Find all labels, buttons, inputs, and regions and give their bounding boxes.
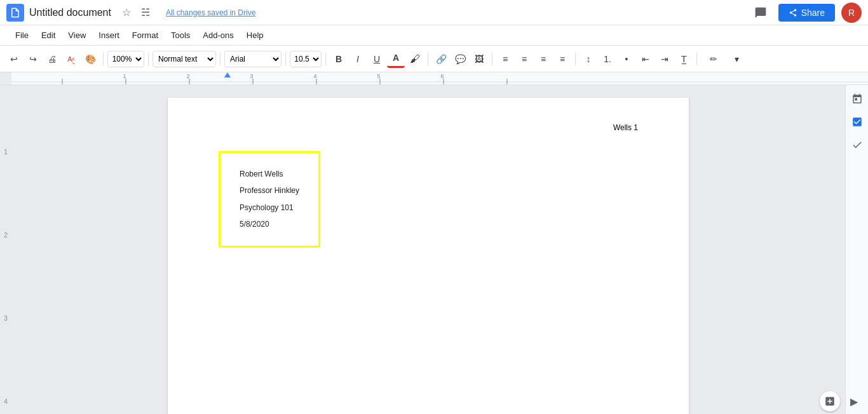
- title-bar-right: Share R: [749, 1, 862, 24]
- title-action-icons: ☆ ☵: [119, 5, 153, 20]
- print-button[interactable]: 🖨: [43, 50, 61, 68]
- undo-button[interactable]: ↩: [5, 50, 23, 68]
- svg-text:5: 5: [377, 73, 380, 79]
- svg-text:1: 1: [123, 73, 126, 79]
- zoom-select[interactable]: 100%: [107, 51, 144, 67]
- menu-help[interactable]: Help: [241, 28, 269, 43]
- google-docs-icon: [6, 4, 24, 22]
- divider-7: [492, 53, 492, 65]
- menu-tools[interactable]: Tools: [166, 28, 195, 43]
- underline-button[interactable]: U: [368, 50, 386, 68]
- divider-6: [428, 53, 428, 65]
- divider-9: [696, 53, 697, 65]
- right-sidebar: [845, 85, 868, 414]
- document-page[interactable]: Wells 1 Robert Wells Professor Hinkley P…: [168, 98, 689, 414]
- share-button[interactable]: Share: [778, 4, 835, 22]
- document-title[interactable]: Untitled document: [29, 7, 111, 18]
- page-header: Wells 1: [219, 123, 638, 132]
- header-text: Wells 1: [613, 123, 638, 132]
- font-size-select[interactable]: 10.5: [290, 51, 322, 67]
- redo-button[interactable]: ↪: [24, 50, 42, 68]
- unordered-list-button[interactable]: •: [618, 50, 635, 68]
- insert-link-button[interactable]: 🔗: [432, 50, 450, 68]
- margin-num-4: 4: [4, 398, 8, 405]
- align-center-button[interactable]: ≡: [515, 50, 533, 68]
- auto-save-status[interactable]: All changes saved in Drive: [166, 8, 255, 17]
- content-line-4: 5/8/2020: [240, 216, 299, 232]
- menu-addons[interactable]: Add-ons: [198, 28, 238, 43]
- tasks-icon[interactable]: [848, 113, 866, 131]
- ruler-container: 1 2 3 4 5 6: [0, 72, 868, 85]
- text-color-button[interactable]: A: [387, 50, 405, 68]
- divider-4: [285, 53, 286, 65]
- more-options-button[interactable]: ▾: [728, 50, 745, 68]
- italic-button[interactable]: I: [349, 50, 367, 68]
- margin-num-2: 2: [4, 232, 8, 239]
- content-line-2: Professor Hinkley: [240, 182, 299, 199]
- menu-view[interactable]: View: [63, 28, 91, 43]
- divider-5: [325, 53, 326, 65]
- check-icon[interactable]: [848, 136, 866, 154]
- font-select[interactable]: Arial: [224, 51, 281, 67]
- star-icon[interactable]: ☆: [119, 5, 134, 20]
- divider-8: [575, 53, 576, 65]
- move-to-drive-icon[interactable]: ☵: [138, 5, 153, 20]
- svg-text:4: 4: [313, 73, 316, 79]
- align-left-button[interactable]: ≡: [496, 50, 514, 68]
- share-label: Share: [801, 8, 825, 18]
- svg-text:2: 2: [186, 73, 189, 79]
- clear-formatting-button[interactable]: T̲: [675, 50, 693, 68]
- editing-mode-button[interactable]: ✏: [701, 50, 726, 68]
- main-area: 1 2 3 4 Wells 1 Robert Wells Professor H…: [0, 85, 868, 414]
- decrease-indent-button[interactable]: ⇤: [637, 50, 654, 68]
- paint-format-button[interactable]: 🎨: [81, 50, 99, 68]
- menu-bar: File Edit View Insert Format Tools Add-o…: [0, 25, 868, 46]
- calendar-icon[interactable]: [848, 90, 866, 108]
- increase-indent-button[interactable]: ⇥: [656, 50, 674, 68]
- divider-3: [220, 53, 220, 65]
- align-right-button[interactable]: ≡: [534, 50, 552, 68]
- svg-text:3: 3: [250, 73, 253, 79]
- align-justify-button[interactable]: ≡: [553, 50, 571, 68]
- chat-icon[interactable]: [749, 1, 772, 24]
- menu-format[interactable]: Format: [127, 28, 163, 43]
- content-highlight-box: Robert Wells Professor Hinkley Psycholog…: [219, 151, 320, 248]
- menu-file[interactable]: File: [10, 28, 34, 43]
- divider-1: [103, 53, 104, 65]
- spell-check-button[interactable]: Ac: [62, 50, 80, 68]
- title-bar: Untitled document ☆ ☵ All changes saved …: [0, 0, 868, 25]
- insert-comment-button[interactable]: 💬: [451, 50, 469, 68]
- ordered-list-button[interactable]: 1.: [599, 50, 616, 68]
- add-block-button[interactable]: [820, 391, 840, 411]
- text-style-select[interactable]: Normal text: [153, 51, 216, 67]
- ruler: 1 2 3 4 5 6: [11, 72, 868, 84]
- bottom-bar: ▶: [815, 389, 868, 414]
- insert-image-button[interactable]: 🖼: [470, 50, 488, 68]
- line-spacing-button[interactable]: ↕: [580, 50, 597, 68]
- left-margin: 1 2 3 4: [0, 85, 11, 414]
- content-line-1: Robert Wells: [240, 166, 299, 182]
- margin-num-1: 1: [4, 149, 8, 156]
- svg-marker-15: [224, 72, 231, 77]
- page-container: Wells 1 Robert Wells Professor Hinkley P…: [11, 85, 845, 414]
- menu-insert[interactable]: Insert: [93, 28, 125, 43]
- toolbar: ↩ ↪ 🖨 Ac 🎨 100% Normal text Arial 10.5 B…: [0, 46, 868, 72]
- margin-num-3: 3: [4, 315, 8, 322]
- bold-button[interactable]: B: [330, 50, 348, 68]
- content-line-3: Psychology 101: [240, 199, 299, 216]
- svg-text:6: 6: [440, 73, 444, 79]
- highlight-button[interactable]: 🖌: [406, 50, 424, 68]
- user-avatar[interactable]: R: [841, 3, 862, 23]
- expand-panel-button[interactable]: ▶: [845, 392, 863, 410]
- divider-2: [148, 53, 149, 65]
- menu-edit[interactable]: Edit: [36, 28, 60, 43]
